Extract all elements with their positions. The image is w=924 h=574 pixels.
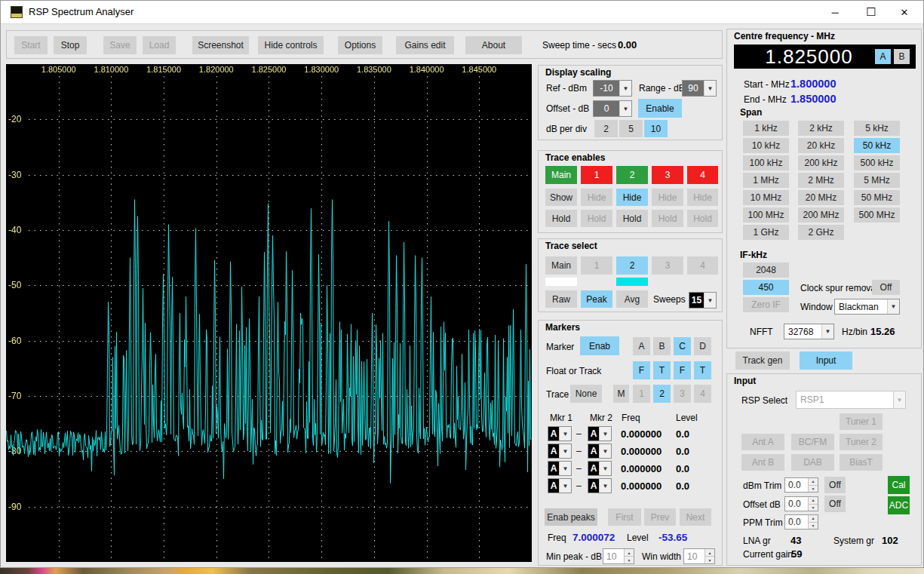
mkr2-row1-combo[interactable]: A▼: [588, 426, 612, 441]
mode-peak-button[interactable]: Peak: [581, 290, 612, 308]
hide-controls-button[interactable]: Hide controls: [258, 36, 324, 54]
range-db-combo[interactable]: 90 ▼: [682, 80, 717, 97]
chevron-down-icon[interactable]: ▼: [559, 444, 571, 458]
span-20mhz[interactable]: 20 MHz: [798, 190, 844, 205]
enab-peaks-button[interactable]: Enab peaks: [545, 508, 597, 526]
chevron-down-icon[interactable]: ▼: [704, 81, 716, 96]
mkr2-row3-combo[interactable]: A▼: [588, 461, 612, 476]
chevron-down-icon[interactable]: ▼: [559, 427, 571, 440]
chevron-down-icon[interactable]: ▼: [619, 81, 631, 96]
ant-b-button[interactable]: Ant B: [741, 454, 784, 471]
chevron-down-icon[interactable]: ▼: [887, 299, 899, 314]
input-tab-button[interactable]: Input: [800, 351, 852, 370]
chevron-down-icon[interactable]: ▼: [893, 391, 905, 408]
trace-2-show[interactable]: Hide: [616, 189, 648, 206]
span-500mhz[interactable]: 500 MHz: [854, 207, 900, 223]
dab-button[interactable]: DAB: [791, 454, 834, 471]
spectrum-canvas[interactable]: [6, 64, 532, 562]
biast-button[interactable]: BiasT: [840, 454, 883, 471]
tuner1-button[interactable]: Tuner 1: [840, 413, 883, 430]
zero-if-button[interactable]: Zero IF: [743, 297, 789, 312]
offset-db-stepper[interactable]: 0.0 ▲▼: [784, 496, 818, 511]
trace-4-hold[interactable]: Hold: [687, 210, 718, 227]
span-2ghz[interactable]: 2 GHz: [798, 225, 844, 240]
vfo-a-button[interactable]: A: [875, 49, 891, 64]
trace-1-hold[interactable]: Hold: [581, 210, 612, 227]
span-200khz[interactable]: 200 kHz: [798, 155, 844, 170]
chevron-down-icon[interactable]: ▼: [599, 444, 611, 458]
float-track-c-button[interactable]: F: [674, 361, 691, 379]
centre-frequency-display[interactable]: 1.825000 A B: [734, 45, 916, 69]
ant-a-button[interactable]: Ant A: [741, 434, 784, 450]
chevron-down-icon[interactable]: ▼: [704, 293, 716, 308]
if-2048-button[interactable]: 2048: [743, 262, 789, 278]
marker-trace-m-button[interactable]: M: [613, 385, 629, 403]
window-combo[interactable]: Blackman ▼: [834, 299, 900, 315]
start-button[interactable]: Start: [14, 36, 48, 54]
trace-3-show[interactable]: Hide: [652, 189, 683, 206]
span-10khz[interactable]: 10 kHz: [743, 138, 789, 153]
trace-1-enable[interactable]: 1: [581, 166, 612, 184]
close-button[interactable]: ✕: [887, 0, 922, 24]
trace-main-enable[interactable]: Main: [545, 166, 577, 184]
up-down-arrows-icon[interactable]: ▲▼: [808, 497, 818, 511]
chevron-down-icon[interactable]: ▼: [821, 324, 833, 339]
up-down-arrows-icon[interactable]: ▲▼: [808, 515, 818, 529]
enable-button[interactable]: Enable: [638, 99, 682, 118]
marker-c-button[interactable]: C: [674, 337, 691, 355]
trace-select-1[interactable]: 1: [581, 256, 612, 275]
adc-button[interactable]: ADC: [888, 496, 910, 514]
chevron-down-icon[interactable]: ▼: [559, 479, 571, 493]
mkr1-row1-combo[interactable]: A▼: [548, 426, 572, 441]
chevron-down-icon[interactable]: ▼: [599, 479, 611, 493]
up-down-arrows-icon[interactable]: ▲▼: [624, 549, 634, 563]
up-down-arrows-icon[interactable]: ▲▼: [808, 478, 818, 492]
span-100mhz[interactable]: 100 MHz: [743, 207, 789, 223]
trace-4-enable[interactable]: 4: [687, 166, 718, 184]
trace-main-show[interactable]: Show: [545, 189, 577, 206]
marker-trace-none-button[interactable]: None: [570, 385, 602, 403]
marker-trace-2-button[interactable]: 2: [653, 385, 671, 403]
span-20khz[interactable]: 20 kHz: [798, 138, 844, 153]
marker-trace-3-button[interactable]: 3: [674, 385, 691, 403]
ref-dbm-combo[interactable]: -10 ▼: [593, 80, 632, 97]
span-10mhz[interactable]: 10 MHz: [743, 190, 789, 205]
mkr1-row2-combo[interactable]: A▼: [548, 444, 572, 459]
offset-db-off-button[interactable]: Off: [824, 496, 846, 512]
marker-b-button[interactable]: B: [653, 337, 671, 355]
about-button[interactable]: About: [465, 36, 522, 54]
up-down-arrows-icon[interactable]: ▲▼: [705, 549, 714, 563]
mkr1-row3-combo[interactable]: A▼: [548, 461, 572, 476]
options-button[interactable]: Options: [338, 36, 382, 54]
mode-avg-button[interactable]: Avg: [616, 290, 648, 308]
db-per-div-5[interactable]: 5: [619, 120, 643, 137]
trace-2-hold[interactable]: Hold: [616, 210, 648, 227]
trace-select-2[interactable]: 2: [616, 256, 648, 275]
load-button[interactable]: Load: [143, 36, 176, 54]
next-peak-button[interactable]: Next: [680, 508, 711, 526]
span-50mhz[interactable]: 50 MHz: [854, 190, 900, 205]
chevron-down-icon[interactable]: ▼: [599, 427, 611, 440]
offset-db-combo[interactable]: 0 ▼: [593, 100, 632, 117]
first-peak-button[interactable]: First: [608, 508, 641, 526]
nfft-combo[interactable]: 32768 ▼: [784, 324, 834, 339]
span-5mhz[interactable]: 5 MHz: [854, 173, 900, 188]
db-per-div-2[interactable]: 2: [594, 120, 618, 137]
trace-main-hold[interactable]: Hold: [545, 210, 577, 227]
trace-4-show[interactable]: Hide: [687, 189, 718, 206]
minimize-button[interactable]: ─: [818, 0, 852, 24]
span-200mhz[interactable]: 200 MHz: [798, 207, 844, 223]
chevron-down-icon[interactable]: ▼: [559, 462, 571, 475]
span-100khz[interactable]: 100 kHz: [743, 155, 789, 170]
mkr2-row4-combo[interactable]: A▼: [588, 478, 612, 493]
marker-trace-1-button[interactable]: 1: [633, 385, 650, 403]
dbm-trim-stepper[interactable]: 0.0 ▲▼: [784, 477, 818, 493]
trace-1-show[interactable]: Hide: [581, 189, 612, 206]
span-500khz[interactable]: 500 kHz: [854, 155, 900, 170]
trace-select-main[interactable]: Main: [545, 256, 577, 275]
mode-raw-button[interactable]: Raw: [545, 290, 577, 308]
if-450-button[interactable]: 450: [743, 280, 789, 295]
trace-select-4[interactable]: 4: [687, 256, 718, 275]
save-button[interactable]: Save: [103, 36, 137, 54]
marker-a-button[interactable]: A: [633, 337, 650, 355]
